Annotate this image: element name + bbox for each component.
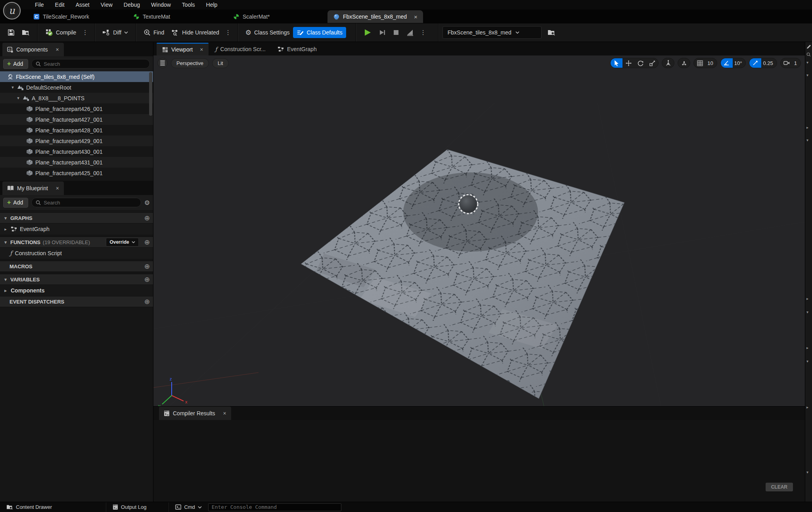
select-tool-button[interactable] (611, 58, 622, 68)
class-settings-button[interactable]: ⚙ Class Settings (242, 27, 293, 38)
caret-down-icon[interactable]: ▾ (806, 73, 808, 77)
tree-row-plane428[interactable]: Plane_fracturepart428_001 (0, 125, 153, 136)
browse-debug-target-button[interactable] (544, 27, 559, 38)
grid-snap-control[interactable]: 10 (693, 58, 717, 68)
add-macro-icon[interactable]: ⊕ (144, 262, 150, 271)
add-blueprint-item-button[interactable]: + Add (3, 198, 28, 208)
graph-options-kebab[interactable]: ⋮ (223, 27, 234, 38)
caret-right-icon[interactable]: ▸ (3, 288, 8, 293)
caret-down-icon[interactable]: ▾ (806, 310, 808, 314)
tab-fbxscene-tiles-8x8-med[interactable]: FbxScene_tiles_8x8_med × (327, 10, 423, 23)
move-tool-button[interactable] (622, 58, 634, 68)
variables-section-header[interactable]: ▾ VARIABLES ⊕ (0, 274, 153, 285)
components-tab[interactable]: C Components × (2, 43, 64, 56)
viewport-options-menu[interactable] (157, 58, 168, 68)
close-icon[interactable]: × (200, 46, 203, 53)
camera-speed-control[interactable]: 1 (780, 58, 801, 68)
caret-right-icon[interactable]: ▸ (806, 125, 808, 130)
view-mode-dropdown[interactable]: Lit (212, 58, 229, 68)
play-options-kebab[interactable]: ⋮ (418, 27, 429, 38)
caret-down-icon[interactable]: ▾ (806, 138, 808, 142)
find-button[interactable]: Find (140, 27, 168, 38)
world-coordinate-button[interactable] (662, 58, 674, 68)
content-drawer-button[interactable]: Content Drawer (4, 504, 54, 510)
menu-tools[interactable]: Tools (177, 1, 200, 9)
macros-section-header[interactable]: MACROS ⊕ (0, 261, 153, 272)
tree-row-plane430[interactable]: Plane_fracturepart430_001 (0, 146, 153, 157)
compiler-results-tab[interactable]: Compiler Results × (159, 407, 231, 420)
menu-asset[interactable]: Asset (71, 1, 94, 9)
compile-options-kebab[interactable]: ⋮ (80, 27, 90, 38)
caret-down-icon[interactable]: ▾ (3, 277, 8, 282)
viewport-tab[interactable]: Viewport × (157, 43, 209, 55)
tree-row-self[interactable]: FbxScene_tiles_8x8_med (Self) (0, 71, 153, 82)
menu-help[interactable]: Help (201, 1, 222, 9)
frame-skip-button[interactable] (375, 27, 389, 38)
tab-tilescaler-rework[interactable]: C TileScaler_Rework (28, 10, 128, 23)
functions-section-header[interactable]: ▾ FUNCTIONS (19 OVERRIDABLE) Override ⊕ (0, 237, 153, 248)
rotation-snap-control[interactable]: 10° (720, 58, 746, 68)
3d-viewport[interactable]: z x y Perspective Lit (153, 55, 805, 406)
my-blueprint-tab[interactable]: My Blueprint × (2, 181, 64, 195)
caret-down-icon[interactable]: ▾ (3, 216, 8, 221)
search-settings-gear-icon[interactable]: ⚙ (144, 199, 150, 206)
caret-down-icon[interactable]: ▾ (806, 60, 808, 65)
variables-components-row[interactable]: ▸ Components (0, 285, 153, 296)
rotate-tool-button[interactable] (634, 58, 646, 68)
play-button[interactable] (360, 26, 375, 39)
tab-scalermat[interactable]: ScalerMat* (228, 10, 327, 23)
clear-button[interactable]: CLEAR (766, 483, 793, 491)
caret-right-icon[interactable]: ▸ (806, 296, 808, 301)
add-event-dispatcher-icon[interactable]: ⊕ (144, 298, 150, 306)
unreal-logo-icon[interactable]: u (2, 1, 21, 20)
close-icon[interactable]: × (56, 46, 59, 53)
eventgraph-row[interactable]: ▸ EventGraph (0, 224, 153, 235)
class-defaults-button[interactable]: Class Defaults (293, 27, 346, 38)
scale-tool-button[interactable] (646, 58, 658, 68)
cmd-dropdown[interactable]: Cmd (173, 504, 204, 510)
menu-window[interactable]: Window (146, 1, 176, 9)
diff-button[interactable]: Diff (99, 27, 132, 38)
edit-icon[interactable] (806, 44, 811, 49)
save-button[interactable] (4, 27, 18, 38)
hide-unrelated-button[interactable]: Hide Unrelated (168, 27, 222, 38)
compile-button[interactable]: Compile (42, 26, 80, 39)
tree-row-plane427[interactable]: Plane_fracturepart427_001 (0, 114, 153, 125)
construction-script-tab[interactable]: ƒ Construction Scr... (209, 43, 271, 55)
eventgraph-tab[interactable]: EventGraph (272, 43, 322, 55)
stop-button[interactable] (389, 27, 403, 38)
tab-texturemat[interactable]: TextureMat (128, 10, 228, 23)
components-search[interactable] (31, 59, 150, 69)
perspective-dropdown[interactable]: Perspective (171, 58, 209, 68)
override-dropdown[interactable]: Override (106, 238, 138, 246)
close-icon[interactable]: × (414, 13, 417, 20)
tree-row-a8x8[interactable]: ▾ A_8X8___8_POINTS (0, 93, 153, 103)
eject-button[interactable] (403, 27, 418, 38)
menu-edit[interactable]: Edit (50, 1, 69, 9)
tree-row-plane429[interactable]: Plane_fracturepart429_001 (0, 136, 153, 146)
my-blueprint-search[interactable] (31, 198, 141, 207)
caret-down-icon[interactable]: ▾ (16, 96, 21, 101)
caret-right-icon[interactable]: ▸ (806, 405, 808, 409)
my-blueprint-search-input[interactable] (44, 200, 136, 206)
tree-row-defaultsceneroot[interactable]: ▾ DefaultSceneRoot (0, 82, 153, 93)
console-command-input[interactable] (208, 503, 341, 511)
caret-down-icon[interactable]: ▾ (806, 359, 808, 363)
scale-snap-control[interactable]: 0.25 (749, 58, 777, 68)
components-scrollbar[interactable] (149, 72, 152, 178)
search-icon[interactable] (806, 52, 811, 57)
tree-row-plane425[interactable]: Plane_fracturepart425_001 (0, 168, 153, 178)
close-icon[interactable]: × (56, 185, 59, 191)
add-graph-icon[interactable]: ⊕ (144, 214, 150, 222)
tree-row-plane426[interactable]: Plane_fracturepart426_001 (0, 103, 153, 114)
browse-button[interactable] (18, 27, 33, 38)
caret-down-icon[interactable]: ▾ (806, 470, 808, 474)
components-search-input[interactable] (44, 61, 146, 67)
close-icon[interactable]: × (223, 410, 226, 416)
menu-debug[interactable]: Debug (119, 1, 145, 9)
caret-down-icon[interactable]: ▾ (3, 240, 8, 245)
menu-file[interactable]: File (30, 1, 49, 9)
debug-object-dropdown[interactable]: FbxScene_tiles_8x8_med (442, 26, 542, 39)
add-variable-icon[interactable]: ⊕ (144, 275, 150, 284)
graphs-section-header[interactable]: ▾ GRAPHS ⊕ (0, 212, 153, 224)
